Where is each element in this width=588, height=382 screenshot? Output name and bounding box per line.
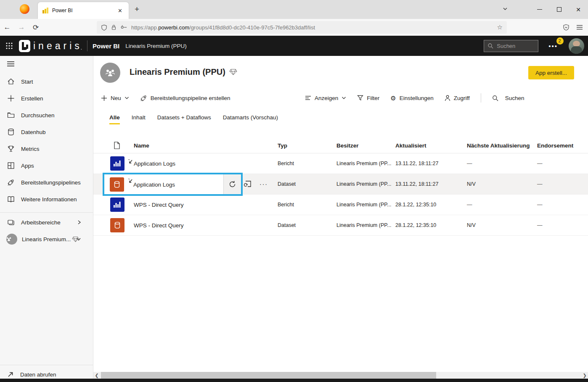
column-header-typ[interactable]: Typ <box>278 142 287 149</box>
bookmark-star-icon[interactable]: ☆ <box>497 24 503 31</box>
forward-icon[interactable]: → <box>14 23 29 32</box>
tab-title: Power BI <box>52 8 116 13</box>
sidebar-divider <box>0 212 93 213</box>
global-search[interactable] <box>484 40 538 52</box>
chevron-down-icon <box>76 237 81 241</box>
settings-button[interactable]: ⚙ Einstellungen <box>390 95 434 101</box>
sidebar-item-erstellen[interactable]: Erstellen <box>0 90 93 107</box>
table-row[interactable]: Application Logs Bericht Linearis Premiu… <box>93 153 588 174</box>
new-button[interactable]: Neu <box>101 95 129 101</box>
sidebar-item-apps[interactable]: Apps <box>0 157 93 174</box>
address-bar[interactable]: https://app.powerbi.com/groups/41f8d8d0-… <box>97 21 507 34</box>
folder-icon <box>7 111 15 119</box>
highlight-annotation-box: Application Logs <box>103 173 243 196</box>
item-type: Bericht <box>278 202 294 208</box>
table-row[interactable]: WPS - Direct Query Dataset Linearis Prem… <box>93 215 588 236</box>
item-next-refresh: N/V <box>467 181 476 187</box>
workspace-avatar-icon <box>6 234 17 245</box>
sidebar-item-bereitstellungspipelines[interactable]: Bereitstellungspipelines <box>0 174 93 191</box>
home-icon <box>7 78 15 85</box>
user-avatar[interactable] <box>569 38 584 54</box>
item-updated: 13.11.22, 18:11:27 <box>395 181 438 187</box>
create-pipeline-button[interactable]: Bereitstellungspipeline erstellen <box>140 95 230 102</box>
lock-icon[interactable] <box>111 24 117 30</box>
sidebar-item-current-workspace[interactable]: Linearis Premium... <box>0 231 93 248</box>
create-app-button[interactable]: App erstell... <box>528 66 574 79</box>
column-header-besitzer[interactable]: Besitzer <box>336 142 359 149</box>
item-name[interactable]: Application Logs <box>133 181 175 187</box>
tab-alle[interactable]: Alle <box>109 114 120 124</box>
table-row[interactable]: WPS - Direct Query Bericht Linearis Prem… <box>93 195 588 215</box>
chevron-down-icon <box>124 96 129 100</box>
close-button[interactable]: ✕ <box>569 0 588 19</box>
view-button[interactable]: Anzeigen <box>305 95 346 101</box>
item-name[interactable]: WPS - Direct Query <box>134 222 184 229</box>
firefox-icon[interactable] <box>20 4 29 14</box>
tab-inhalt[interactable]: Inhalt <box>132 114 146 124</box>
linearis-logo[interactable]: inearis . <box>19 40 84 52</box>
sidebar-item-weitere-informationen[interactable]: Weitere Informationen <box>0 191 93 208</box>
schedule-refresh-icon[interactable] <box>244 180 252 188</box>
sidebar-item-datenhub[interactable]: Datenhub <box>0 124 93 140</box>
menu-icon[interactable] <box>576 24 583 30</box>
scroll-left-icon[interactable]: ❮ <box>93 372 100 379</box>
access-button[interactable]: Zugriff <box>445 95 470 101</box>
minimize-button[interactable] <box>530 0 549 19</box>
tab-datasets-dataflows[interactable]: Datasets + Dataflows <box>157 114 211 124</box>
row-more-options-icon[interactable]: ··· <box>260 181 268 187</box>
item-name[interactable]: Application Logs <box>134 161 175 167</box>
tab-close-icon[interactable]: ✕ <box>116 7 124 15</box>
pocket-icon[interactable] <box>563 24 569 31</box>
list-search-button[interactable]: Suchen <box>492 95 524 101</box>
workspaces-icon <box>7 219 15 226</box>
sidebar-item-arbeitsbereiche[interactable]: Arbeitsbereiche <box>0 214 93 231</box>
item-name[interactable]: WPS - Direct Query <box>134 202 184 208</box>
tracking-shield-icon[interactable] <box>101 24 107 31</box>
filter-button[interactable]: Filter <box>357 95 379 101</box>
chevron-right-icon <box>77 220 81 225</box>
sidebar-item-metrics[interactable]: Metrics <box>0 140 93 157</box>
back-icon[interactable]: ← <box>0 23 14 32</box>
item-updated: 28.1.22, 12:35:10 <box>395 202 436 208</box>
filter-icon <box>357 95 363 101</box>
column-header-name[interactable]: Name <box>134 142 149 149</box>
column-header-aktualisiert[interactable]: Aktualisiert <box>395 142 426 149</box>
sidebar-burger-icon[interactable] <box>7 61 15 67</box>
document-type-icon <box>114 142 120 150</box>
browser-toolbar: ← → ⟳ https://app.powerbi.com/groups/41f… <box>0 19 588 36</box>
more-options-button[interactable]: ••• 2 <box>548 42 558 50</box>
tab-list-chevron-icon[interactable] <box>502 6 508 12</box>
new-tab-button[interactable]: + <box>135 5 139 13</box>
browser-tab[interactable]: Power BI ✕ <box>38 2 129 19</box>
url-text[interactable]: https://app.powerbi.com/groups/41f8d8d0-… <box>131 24 494 31</box>
click-indicator-icon <box>128 178 133 184</box>
search-icon <box>487 43 493 49</box>
search-icon <box>492 95 498 101</box>
reload-icon[interactable]: ⟳ <box>29 23 43 32</box>
trophy-icon <box>7 145 15 153</box>
scroll-right-icon[interactable]: ❯ <box>581 372 588 379</box>
item-type: Dataset <box>278 181 296 187</box>
column-header-endorsement[interactable]: Endorsement <box>537 142 573 149</box>
search-input[interactable] <box>497 43 535 49</box>
horizontal-scrollbar[interactable]: ❮ ❯ <box>93 372 588 379</box>
sidebar-item-durchsuchen[interactable]: Durchsuchen <box>0 107 93 124</box>
tab-datamarts[interactable]: Datamarts (Vorschau) <box>223 114 278 124</box>
linearis-logo-mark-icon <box>19 40 30 52</box>
refresh-now-button[interactable] <box>223 174 241 194</box>
brand-wordmark: inearis <box>33 40 82 52</box>
scrollbar-thumb[interactable] <box>101 372 436 379</box>
waffle-menu-icon[interactable] <box>5 42 13 50</box>
rocket-icon <box>7 179 15 186</box>
view-list-icon <box>305 95 311 100</box>
maximize-button[interactable] <box>549 0 569 19</box>
workspace-context: Linearis Premium (PPU) <box>125 43 187 49</box>
dataset-icon <box>110 218 124 232</box>
notification-badge: 2 <box>556 37 564 45</box>
permissions-icon[interactable] <box>120 25 127 30</box>
table-row[interactable]: ··· Dataset Linearis Premium (PP... 13.1… <box>93 174 588 195</box>
browser-tab-strip: Power BI ✕ + ✕ <box>0 0 588 19</box>
sidebar-item-start[interactable]: Start <box>0 73 93 90</box>
item-endorsement: — <box>537 222 543 228</box>
column-header-naechste-aktualisierung[interactable]: Nächste Aktualisierung <box>467 142 530 149</box>
